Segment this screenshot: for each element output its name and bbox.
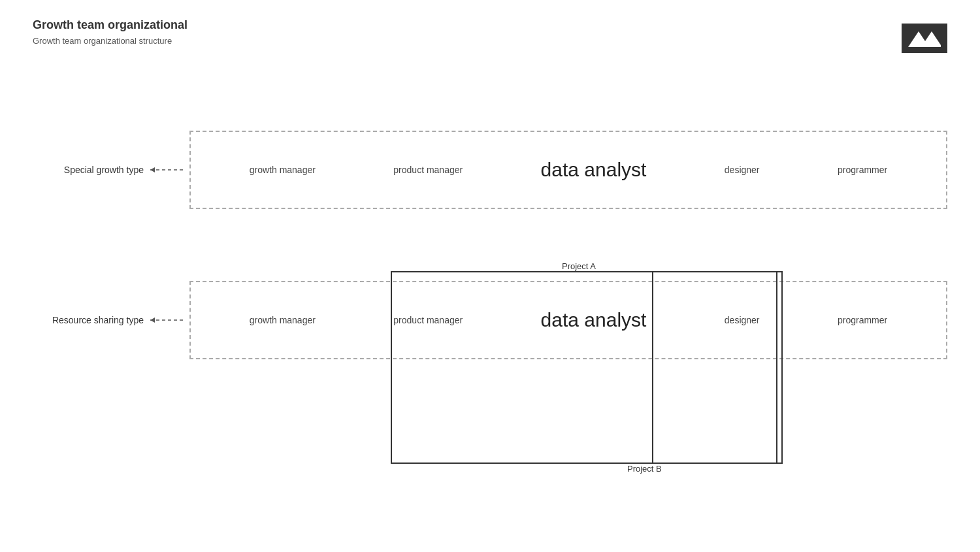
role-programmer-1: programmer	[838, 165, 887, 175]
role-data-analyst-2: data analyst	[541, 309, 647, 331]
logo-icon	[908, 29, 941, 48]
role-growth-manager-2: growth manager	[250, 315, 316, 325]
role-product-manager-2: product manager	[393, 315, 463, 325]
page-subtitle: Growth team organizational structure	[33, 36, 188, 46]
logo	[902, 24, 947, 53]
diagram: Special growth type growth manager produ…	[0, 78, 980, 523]
row1-special-growth: Special growth type growth manager produ…	[33, 131, 947, 209]
project-a-label: Project A	[562, 261, 596, 271]
svg-marker-1	[921, 31, 941, 47]
project-b-box-bottom	[391, 363, 783, 464]
svg-marker-3	[150, 167, 155, 172]
project-b-label: Project B	[627, 464, 662, 474]
page-title: Growth team organizational	[33, 18, 188, 32]
row2-dashed-box: growth manager product manager data anal…	[189, 281, 947, 359]
row2-resource-sharing: Resource sharing type growth manager pro…	[33, 281, 947, 359]
role-programmer-2: programmer	[838, 315, 887, 325]
role-designer-2: designer	[725, 315, 760, 325]
svg-marker-5	[150, 317, 155, 323]
row1-arrow	[144, 163, 189, 176]
role-data-analyst-1: data analyst	[541, 159, 647, 181]
row2-arrow	[144, 314, 189, 327]
role-product-manager-1: product manager	[393, 165, 463, 175]
row2-label: Resource sharing type	[33, 315, 144, 325]
row1-label: Special growth type	[33, 165, 144, 175]
page-header: Growth team organizational Growth team o…	[33, 18, 188, 46]
role-designer-1: designer	[725, 165, 760, 175]
row1-dashed-box: growth manager product manager data anal…	[189, 131, 947, 209]
role-growth-manager-1: growth manager	[250, 165, 316, 175]
